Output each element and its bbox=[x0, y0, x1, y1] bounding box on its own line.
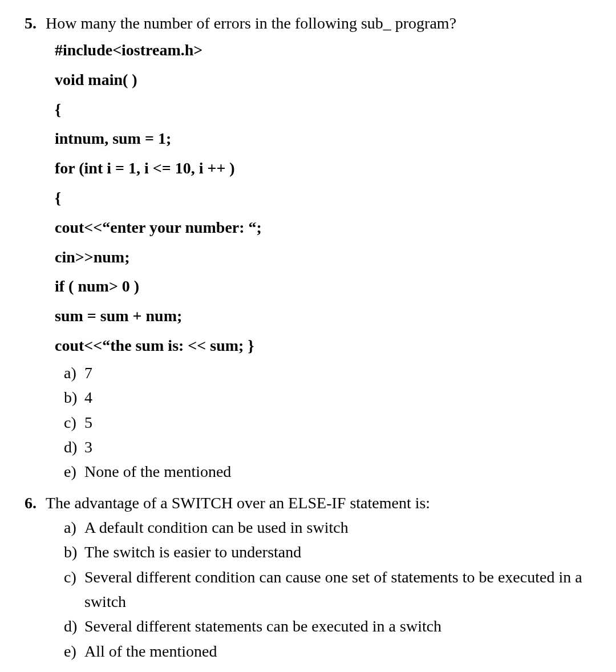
option-a: a) A default condition can be used in sw… bbox=[64, 515, 599, 540]
code-line: void main( ) bbox=[55, 65, 599, 95]
code-line: intnum, sum = 1; bbox=[55, 124, 599, 153]
option-text: The switch is easier to understand bbox=[84, 540, 599, 564]
option-d: d) Several different statements can be e… bbox=[64, 614, 599, 638]
option-c: c) 5 bbox=[64, 410, 599, 435]
question-6-prompt: The advantage of a SWITCH over an ELSE-I… bbox=[46, 491, 599, 515]
question-6-number: 6. bbox=[17, 491, 46, 515]
option-text: 5 bbox=[84, 410, 599, 435]
option-letter: a) bbox=[64, 361, 84, 385]
option-text: All of the mentioned bbox=[84, 639, 599, 663]
code-line: cout<<“the sum is: << sum; } bbox=[55, 331, 599, 361]
option-letter: d) bbox=[64, 614, 84, 638]
code-line: cout<<“enter your number: “; bbox=[55, 213, 599, 242]
option-text: 3 bbox=[84, 435, 599, 459]
code-line: if ( num> 0 ) bbox=[55, 272, 599, 301]
code-line: #include<iostream.h> bbox=[55, 35, 599, 65]
option-text: A default condition can be used in switc… bbox=[84, 515, 599, 540]
code-line: sum = sum + num; bbox=[55, 301, 599, 331]
question-5-prompt: How many the number of errors in the fol… bbox=[46, 11, 599, 35]
code-line: cin>>num; bbox=[55, 242, 599, 272]
option-letter: e) bbox=[64, 639, 84, 663]
option-a: a) 7 bbox=[64, 361, 599, 385]
code-line: { bbox=[55, 183, 599, 213]
option-letter: b) bbox=[64, 540, 84, 564]
option-letter: b) bbox=[64, 385, 84, 410]
question-5-code: #include<iostream.h> void main( ) { intn… bbox=[55, 35, 599, 361]
option-c: c) Several different condition can cause… bbox=[64, 565, 599, 614]
option-e: e) All of the mentioned bbox=[64, 639, 599, 663]
option-text: 4 bbox=[84, 385, 599, 410]
option-text: Several different condition can cause on… bbox=[84, 565, 599, 614]
option-d: d) 3 bbox=[64, 435, 599, 459]
option-e: e) None of the mentioned bbox=[64, 459, 599, 484]
option-letter: c) bbox=[64, 410, 84, 435]
question-5-number: 5. bbox=[17, 11, 46, 35]
code-line: { bbox=[55, 95, 599, 124]
option-text: None of the mentioned bbox=[84, 459, 599, 484]
code-line: for (int i = 1, i <= 10, i ++ ) bbox=[55, 153, 599, 183]
option-letter: c) bbox=[64, 565, 84, 589]
question-5: 5. How many the number of errors in the … bbox=[17, 11, 599, 484]
question-6-options: a) A default condition can be used in sw… bbox=[64, 515, 599, 663]
question-6: 6. The advantage of a SWITCH over an ELS… bbox=[17, 491, 599, 663]
question-5-options: a) 7 b) 4 c) 5 d) 3 e) None of the menti… bbox=[64, 361, 599, 484]
option-letter: d) bbox=[64, 435, 84, 459]
option-letter: a) bbox=[64, 515, 84, 540]
question-5-header: 5. How many the number of errors in the … bbox=[17, 11, 599, 35]
option-text: Several different statements can be exec… bbox=[84, 614, 599, 638]
option-text: 7 bbox=[84, 361, 599, 385]
option-letter: e) bbox=[64, 459, 84, 484]
question-6-header: 6. The advantage of a SWITCH over an ELS… bbox=[17, 491, 599, 515]
option-b: b) 4 bbox=[64, 385, 599, 410]
option-b: b) The switch is easier to understand bbox=[64, 540, 599, 564]
